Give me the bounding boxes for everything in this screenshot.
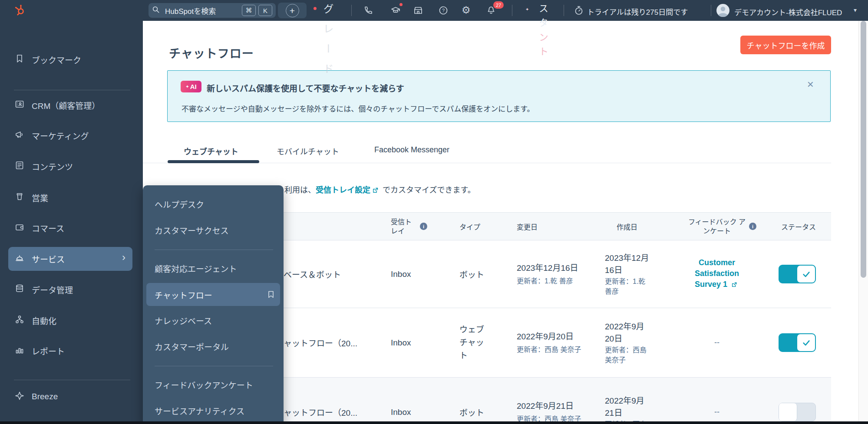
status-toggle-off[interactable] [779,403,816,421]
sidebar-item-breeze[interactable]: Breeze [0,391,143,403]
type-cell: ウェブチャット [459,308,487,377]
tab-mobile-chat[interactable]: モバイルチャット [277,145,339,157]
inbox-settings-link[interactable]: 受信トレイ設定 [316,186,370,194]
assistant-sparkle-icon: ✦ [525,7,529,12]
banner-title: 新しいスパム保護を使用して不要なチャットを減らす [207,82,404,94]
search-icon [152,6,160,15]
feedback-info-icon[interactable]: i [749,223,756,230]
top-navigation-bar: HubSpotを検索 ⌘ K + [0,0,868,21]
submenu-item-feedback-surveys[interactable]: フィードバックアンケート [155,379,253,390]
k-key-icon: K [258,5,272,16]
status-cell [779,240,816,308]
upgrade-vertical-label: グレード [322,3,333,83]
modified-cell: 2023年12月16日 更新者：1.乾 善彦 [517,240,578,308]
plus-icon: + [286,4,299,17]
chatflow-name[interactable]: ャットフロー（20... [284,308,357,377]
sidebar-item-automation[interactable]: 自動化 [0,314,143,326]
screen-bottom-edge [0,421,868,424]
submenu-divider [155,366,273,366]
wallet-icon [14,222,25,234]
chatflow-name[interactable]: ベース＆ボット [284,240,341,308]
submenu-item-customer-portal[interactable]: カスタマーポータル [155,341,229,352]
topbar-divider [564,5,564,16]
inbox-info-icon[interactable]: i [420,223,427,230]
toggle-knob [779,403,797,421]
sidebar-divider [14,90,130,90]
bookmark-icon[interactable] [267,290,275,300]
header-type[interactable]: タイプ [459,213,480,240]
status-cell [779,308,816,377]
submenu-item-service-analytics[interactable]: サービスアナリティクス [155,405,244,416]
search-input[interactable]: HubSpotを検索 ⌘ K [149,3,276,18]
sidebar-item-marketing[interactable]: マーケティング [0,129,143,141]
submenu-item-customer-agent[interactable]: 顧客対応エージェント [155,263,237,274]
toggle-knob [797,334,815,351]
created-cell: 2022年9月 20日 更新者：西島 美奈子 [605,308,653,377]
cmd-key-icon: ⌘ [242,5,256,16]
page-title: チャットフロー [169,44,254,61]
toggle-knob [797,266,815,283]
create-chatflow-button[interactable]: チャットフローを作成 [740,36,831,54]
marketplace-icon[interactable] [413,5,423,16]
academy-icon[interactable] [390,5,401,16]
sidebar-item-content[interactable]: コンテンツ [0,160,143,172]
sidebar-item-service[interactable]: サービス › [8,247,132,271]
account-avatar[interactable] [716,4,729,19]
submenu-item-knowledge-base[interactable]: ナレッジベース [155,315,212,326]
svg-text:?: ? [442,8,445,13]
hubspot-logo-icon[interactable] [13,4,26,19]
feedback-cell: -- [687,378,747,424]
sales-funnel-icon [14,191,25,204]
search-placeholder: HubSpotを検索 [165,5,239,16]
header-inbox[interactable]: 受信トレイ [391,213,418,240]
status-toggle-on[interactable] [779,333,816,352]
sidebar-divider [14,380,130,380]
inbox-settings-note: 利用は、受信トレイ設定 でカスタマイズできます。 [284,184,475,196]
feedback-survey-link[interactable]: Customer Satisfaction Survey 1 [687,257,747,291]
external-link-icon [372,187,379,196]
account-caret-icon[interactable]: ▾ [854,7,857,13]
banner-body: 不審なメッセージや自動メッセージを除外するには、個々のチャットフローでスパム保護… [182,103,534,114]
create-quick-button[interactable]: + [278,3,307,18]
header-modified[interactable]: 変更日 [517,213,538,240]
page-scrollbar[interactable] [858,21,868,424]
chevron-right-icon: › [122,252,125,263]
inbox-cell: Inbox [391,378,411,424]
scrollbar-thumb[interactable] [861,21,866,278]
tab-web-chat[interactable]: ウェブチャット [184,145,238,157]
calling-icon[interactable] [363,5,373,16]
inbox-cell: Inbox [391,308,411,377]
banner-close-icon[interactable]: × [807,79,814,90]
service-submenu: ヘルプデスク カスタマーサクセス 顧客対応エージェント チャットフロー ナレッジ… [143,185,284,424]
megaphone-icon [14,129,25,141]
submenu-item-customer-success[interactable]: カスタマーサクセス [155,224,229,236]
check-icon [802,338,811,348]
sidebar-item-sales[interactable]: 営業 [0,191,143,204]
database-icon [14,283,25,296]
chatflow-name[interactable]: ャットフロー（20... [284,378,357,424]
header-feedback[interactable]: フィードバック アンケート [687,213,747,240]
trial-remaining-text: トライアルは残り275日間です [587,6,688,17]
sidebar-item-commerce[interactable]: コマース [0,222,143,234]
header-status[interactable]: ステータス [781,213,816,240]
upgrade-notification-dot [314,7,317,10]
submenu-item-chatflows-selected[interactable]: チャットフロー [146,283,280,306]
submenu-divider [155,250,273,250]
bar-chart-icon [14,345,25,357]
tab-facebook-messenger[interactable]: Facebook Messenger [374,145,449,154]
status-toggle-on[interactable] [779,265,816,283]
ai-sparkle-icon: ✦ [185,84,189,89]
account-menu[interactable]: デモアカウント-株式会社FLUED [734,7,842,17]
sidebar-item-reports[interactable]: レポート [0,345,143,357]
feedback-cell: -- [687,308,747,377]
type-cell: ボット [459,378,484,424]
sidebar-item-bookmarks[interactable]: ブックマーク [0,53,143,66]
sidebar-item-crm[interactable]: CRM（顧客管理） [0,99,143,111]
header-created[interactable]: 作成日 [617,213,637,240]
sidebar-item-data[interactable]: データ管理 [0,283,143,296]
submenu-item-help-desk[interactable]: ヘルプデスク [155,198,204,210]
type-cell: ボット [459,240,484,308]
notification-count-badge: 27 [493,1,504,9]
help-icon[interactable]: ? [438,5,449,16]
settings-icon[interactable]: ⚙ [462,4,471,16]
